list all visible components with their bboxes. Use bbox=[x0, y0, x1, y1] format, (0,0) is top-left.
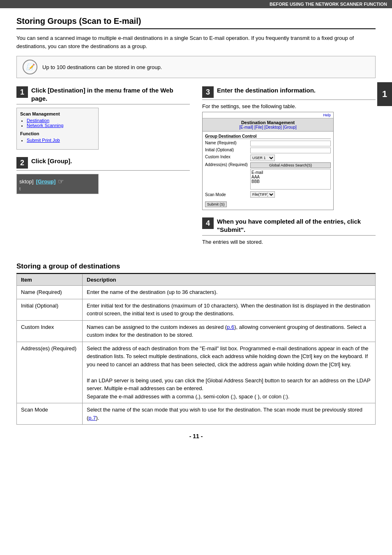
row-item-address: Address(es) (Required) bbox=[17, 342, 83, 403]
row-desc-address: Select the address of each destination f… bbox=[83, 342, 376, 403]
steps-grid: 1 Click [Destination] in the menu frame … bbox=[16, 86, 376, 252]
header-title: BEFORE USING THE NETWORK SCANNER FUNCTIO… bbox=[270, 2, 387, 7]
table-row: Initial (Optional) Enter initial text fo… bbox=[17, 299, 376, 320]
dm-tabs: [E-mail] [File] [Desktop] [Group] bbox=[206, 125, 330, 130]
link-p7[interactable]: p.7 bbox=[88, 415, 96, 421]
step-1-number: 1 bbox=[16, 86, 28, 98]
sidebar-badge: 1 bbox=[377, 82, 392, 106]
col-description: Description bbox=[83, 274, 376, 286]
step-3-title: Enter the destination information. bbox=[217, 86, 316, 95]
step-1-header: 1 Click [Destination] in the menu frame … bbox=[16, 86, 190, 104]
link-submit-print: Submit Print Job bbox=[27, 138, 95, 143]
note-text: Up to 100 destinations can be stored in … bbox=[42, 64, 162, 70]
step-2-header: 2 Click [Group]. bbox=[16, 157, 190, 171]
step-4-block: 4 When you have completed all of the ent… bbox=[202, 217, 376, 245]
row-item-custom-index: Custom Index bbox=[17, 320, 83, 342]
step2-links: sktop] [Group] ☞ bbox=[19, 177, 96, 186]
row-desc-custom-index: Names can be assigned to the custom inde… bbox=[83, 320, 376, 342]
link-p6[interactable]: p.6 bbox=[227, 324, 234, 330]
step-4-subtitle: The entries will be stored. bbox=[202, 239, 376, 245]
step-1-screenshot: Scan Management Destination Network Scan… bbox=[16, 108, 99, 150]
scan-mgmt-links: Destination Network Scanning bbox=[20, 118, 95, 128]
data-table: Item Description Name (Required) Enter t… bbox=[16, 274, 376, 425]
custom-index-select[interactable]: USER 1 bbox=[250, 155, 275, 161]
link-destination: Destination bbox=[27, 118, 95, 123]
table-row: Address(es) (Required) Select the addres… bbox=[17, 342, 376, 403]
table-row: Scan Mode Select the name of the scan mo… bbox=[17, 403, 376, 425]
step-2-number: 2 bbox=[16, 157, 28, 169]
step-3-block: 3 Enter the destination information. For… bbox=[202, 86, 376, 210]
step3-row-initial: Initial (Optional) bbox=[205, 148, 331, 153]
step-1-block: 1 Click [Destination] in the menu frame … bbox=[16, 86, 190, 150]
step-2-title: Click [Group]. bbox=[31, 157, 72, 165]
function-title: Function bbox=[20, 131, 95, 136]
step-4-title: When you have completed all of the entri… bbox=[217, 217, 376, 234]
step3-row-name: Name (Required) bbox=[205, 141, 331, 146]
step-3-header: 3 Enter the destination information. bbox=[202, 86, 376, 100]
table-row: Name (Required) Enter the name of the de… bbox=[17, 286, 376, 299]
function-links: Submit Print Job bbox=[20, 138, 95, 143]
step3-row-custom-index: Custom Index USER 1 bbox=[205, 155, 331, 161]
dm-section-title: Group Destination Control bbox=[205, 134, 331, 139]
step-4-header: 4 When you have completed all of the ent… bbox=[202, 217, 376, 236]
dm-body: Group Destination Control Name (Required… bbox=[203, 132, 333, 210]
row-item-scan-mode: Scan Mode bbox=[17, 403, 83, 425]
header-bar: BEFORE USING THE NETWORK SCANNER FUNCTIO… bbox=[0, 0, 392, 8]
step-4-number: 4 bbox=[202, 217, 214, 229]
intro-text: You can send a scanned image to multiple… bbox=[16, 34, 376, 50]
step2-other: t bbox=[19, 186, 96, 191]
scan-mode-select[interactable]: File(TIFF) bbox=[250, 191, 275, 198]
step-3-number: 3 bbox=[202, 86, 214, 98]
row-desc-initial: Enter initial text for the destinations … bbox=[83, 299, 376, 320]
step-3-screenshot: Help Destination Management [E-mail] [Fi… bbox=[202, 112, 334, 210]
left-steps: 1 Click [Destination] in the menu frame … bbox=[16, 86, 190, 252]
row-desc-name: Enter the name of the destination (up to… bbox=[83, 286, 376, 299]
step3-help: Help bbox=[203, 112, 333, 118]
link-network-scanning: Network Scanning bbox=[27, 123, 95, 128]
step-3-subtitle: For the settings, see the following tabl… bbox=[202, 103, 376, 109]
submit-btn[interactable]: Submit (S) bbox=[205, 201, 227, 207]
table-section-title: Storing a group of destinations bbox=[16, 262, 376, 274]
row-item-initial: Initial (Optional) bbox=[17, 299, 83, 320]
dm-header: Destination Management [E-mail] [File] [… bbox=[203, 118, 333, 132]
row-desc-scan-mode: Select the name of the scan mode that yo… bbox=[83, 403, 376, 425]
table-row: Custom Index Names can be assigned to th… bbox=[17, 320, 376, 342]
global-address-btn[interactable]: Global Address Search(S) bbox=[250, 162, 331, 168]
right-steps: 3 Enter the destination information. For… bbox=[202, 86, 376, 252]
step-2-screenshot: sktop] [Group] ☞ t bbox=[16, 174, 99, 194]
step-2-block: 2 Click [Group]. sktop] [Group] ☞ t bbox=[16, 157, 190, 194]
address-list: E-mail AAA BBB bbox=[250, 169, 331, 190]
row-item-name: Name (Required) bbox=[17, 286, 83, 299]
dm-title: Destination Management bbox=[206, 120, 330, 125]
page-number: - 11 - bbox=[16, 433, 376, 439]
step3-row-address: Address(es) (Required) Global Address Se… bbox=[205, 162, 331, 190]
step-1-title: Click [Destination] in the menu frame of… bbox=[31, 86, 190, 102]
note-icon: 📝 bbox=[23, 60, 37, 74]
page-title: Storing Groups (Scan to E-mail) bbox=[16, 16, 376, 29]
col-item: Item bbox=[17, 274, 83, 286]
scan-mgmt-title: Scan Management bbox=[20, 111, 95, 116]
table-header-row: Item Description bbox=[17, 274, 376, 286]
note-box: 📝 Up to 100 destinations can be stored i… bbox=[16, 56, 376, 78]
step3-row-scan-mode: Scan Mode File(TIFF) bbox=[205, 191, 331, 198]
